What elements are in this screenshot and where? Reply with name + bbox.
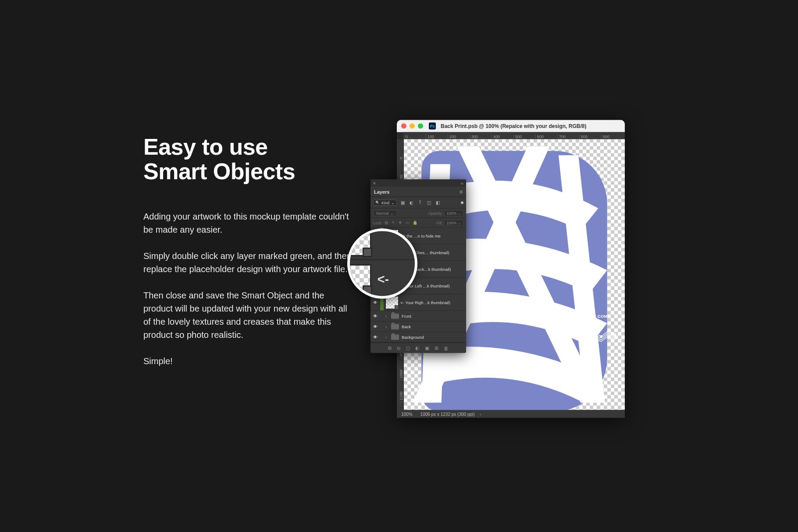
ruler-tick: 200 — [448, 135, 470, 139]
arrow-left-icon: <- — [378, 271, 389, 286]
chevron-right-icon[interactable]: › — [385, 324, 387, 329]
ruler-tick: 300 — [470, 135, 492, 139]
paragraph-3: Then close and save the Smart Object and… — [143, 289, 352, 341]
blend-mode-dropdown[interactable]: Normal ⌄ — [373, 210, 397, 216]
group-name[interactable]: Front — [402, 314, 466, 319]
chevron-down-icon: ⌄ — [391, 200, 395, 205]
ruler-tick: 600 — [535, 135, 557, 139]
opacity-label: Opacity: — [428, 211, 442, 215]
panel-menu-icon[interactable]: ≡ — [460, 188, 463, 195]
paragraph-2: Simply double click any layer marked gre… — [143, 249, 352, 276]
paragraph-1: Adding your artwork to this mockup templ… — [143, 210, 352, 236]
layer-group-row[interactable]: › Background — [370, 332, 466, 343]
marketing-copy: Easy to use Smart Objects Adding your ar… — [143, 135, 352, 368]
smartobject-badge-icon — [363, 247, 372, 257]
visibility-toggle[interactable] — [370, 300, 380, 305]
layer-style-icon[interactable]: fx — [397, 345, 401, 351]
status-bar: 100% 1006 px x 1232 px (300 ppi) › — [397, 410, 625, 418]
layers-tab-label: Layers — [374, 189, 389, 194]
ruler-tick: 500 — [513, 135, 535, 139]
watermark-text: SHOP.STUDIOINNATE.COM ULTRAREAL — [548, 315, 607, 323]
chevron-right-icon[interactable]: › — [385, 335, 387, 339]
layer-color-chip — [380, 322, 384, 332]
chevron-right-icon[interactable]: › — [385, 314, 387, 318]
visibility-toggle[interactable] — [370, 314, 380, 319]
ruler-tick: 1000 — [399, 358, 403, 380]
filter-type-icon[interactable]: T — [417, 199, 423, 206]
delete-layer-icon[interactable]: 🗑 — [444, 345, 449, 351]
ruler-tick: 400 — [492, 135, 513, 139]
heading-line1: Easy to use — [143, 134, 268, 160]
minimize-button[interactable] — [410, 124, 415, 129]
group-name[interactable]: Back — [402, 324, 466, 329]
ruler-tick: 700 — [557, 135, 579, 139]
close-button[interactable] — [401, 124, 406, 129]
lock-all-icon[interactable]: 🔒 — [413, 220, 418, 225]
svg-point-2 — [600, 336, 602, 337]
svg-point-1 — [593, 332, 595, 334]
smartobject-badge-icon — [363, 285, 372, 294]
filter-smartobject-icon[interactable]: ◧ — [435, 199, 441, 206]
folder-icon — [391, 334, 399, 340]
ruler-tick: 800 — [579, 135, 601, 139]
ruler-tick: 1100 — [399, 380, 403, 402]
lock-label: Lock: — [373, 220, 383, 225]
svg-point-3 — [607, 330, 609, 332]
svg-point-4 — [614, 334, 616, 336]
new-layer-icon[interactable]: ⊞ — [435, 345, 438, 351]
layer-name[interactable]: ick the …n to hide me — [400, 234, 466, 238]
new-group-icon[interactable]: ▣ — [425, 345, 429, 351]
layer-filter-row[interactable]: Kind ⌄ ▦ ◐ T ◫ ◧ — [370, 197, 466, 209]
folder-icon — [391, 313, 399, 319]
filter-toggle[interactable] — [461, 201, 463, 204]
collapse-icon[interactable]: ‹‹ — [460, 181, 463, 185]
layers-tab[interactable]: Layers ≡ — [370, 187, 466, 197]
folder-icon — [391, 324, 399, 329]
lock-transparency-icon[interactable]: ▨ — [385, 220, 390, 225]
zoom-button[interactable] — [418, 124, 423, 129]
layer-group-row[interactable]: › Back — [370, 322, 466, 332]
filter-adjustment-icon[interactable]: ◐ — [408, 199, 414, 206]
document-title: Back Print.psb @ 100% (Repalce with your… — [441, 123, 586, 129]
blend-mode-row[interactable]: Normal ⌄ Opacity: 100% ⌄ — [370, 209, 466, 218]
filter-shape-icon[interactable]: ◫ — [426, 199, 432, 206]
filter-kind-dropdown[interactable]: Kind ⌄ — [373, 199, 397, 206]
opacity-value[interactable]: 100% ⌄ — [444, 210, 463, 216]
lock-artboard-icon[interactable]: ▭ — [406, 220, 411, 225]
lock-position-icon[interactable]: ✥ — [399, 220, 404, 225]
layer-group-row[interactable]: › Front — [370, 311, 466, 322]
close-icon[interactable]: × — [373, 181, 376, 185]
layer-color-chip — [380, 332, 384, 342]
svg-point-0 — [586, 335, 588, 337]
heading-line2: Smart Objects — [143, 159, 295, 184]
adjustment-layer-icon[interactable]: ◐ — [415, 345, 420, 351]
ruler-tick: 0 — [404, 135, 426, 139]
visibility-toggle[interactable] — [370, 335, 380, 340]
layer-name[interactable]: <- Your Righ…k thumbnail) — [400, 300, 466, 305]
panel-tabbar[interactable]: × ‹‹ — [370, 180, 466, 187]
heading: Easy to use Smart Objects — [143, 135, 352, 184]
group-name[interactable]: Background — [402, 335, 466, 340]
lock-row[interactable]: Lock: ▨ ✎ ✥ ▭ 🔒 Fill: 100% ⌄ — [370, 218, 466, 228]
filter-pixel-icon[interactable]: ▦ — [399, 199, 406, 206]
ruler-tick: 100 — [426, 135, 448, 139]
lock-pixels-icon[interactable]: ✎ — [392, 220, 397, 225]
fill-value[interactable]: 100% ⌄ — [444, 220, 463, 226]
ruler-tick: 900 — [601, 135, 623, 139]
smartobject-badge-icon — [395, 305, 399, 309]
visibility-toggle[interactable] — [370, 324, 380, 329]
watermark-icon — [548, 315, 552, 319]
titlebar[interactable]: Ps Back Print.psb @ 100% (Repalce with y… — [397, 120, 625, 132]
paragraph-4: Simple! — [143, 355, 352, 368]
app-icon: Ps — [429, 123, 436, 130]
status-dimensions: 1006 px x 1232 px (300 ppi) — [420, 411, 475, 416]
layers-panel-footer[interactable]: ⧉ fx ◻ ◐ ▣ ⊞ 🗑 — [370, 343, 466, 353]
link-layers-icon[interactable]: ⧉ — [388, 345, 392, 351]
chevron-right-icon[interactable]: › — [480, 411, 481, 416]
magnifier-lens: <- — [347, 229, 417, 299]
layer-mask-icon[interactable]: ◻ — [406, 345, 410, 351]
ruler-horizontal[interactable]: 0 100 200 300 400 500 600 700 800 900 — [404, 132, 625, 139]
status-zoom[interactable]: 100% — [401, 411, 413, 416]
fill-label: Fill: — [436, 220, 442, 225]
ruler-tick: 0 — [399, 139, 403, 161]
